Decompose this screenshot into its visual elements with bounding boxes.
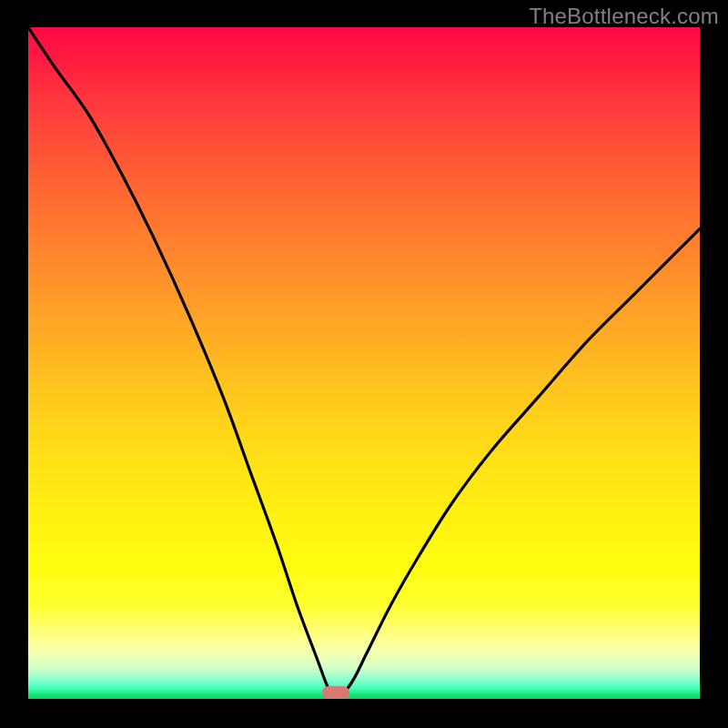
curve-path [28,27,700,696]
watermark-text: TheBottleneck.com [529,4,719,29]
bottleneck-curve [28,27,700,699]
plot-area [28,27,700,699]
chart-frame: TheBottleneck.com [0,0,728,728]
optimal-point-marker [322,686,349,699]
